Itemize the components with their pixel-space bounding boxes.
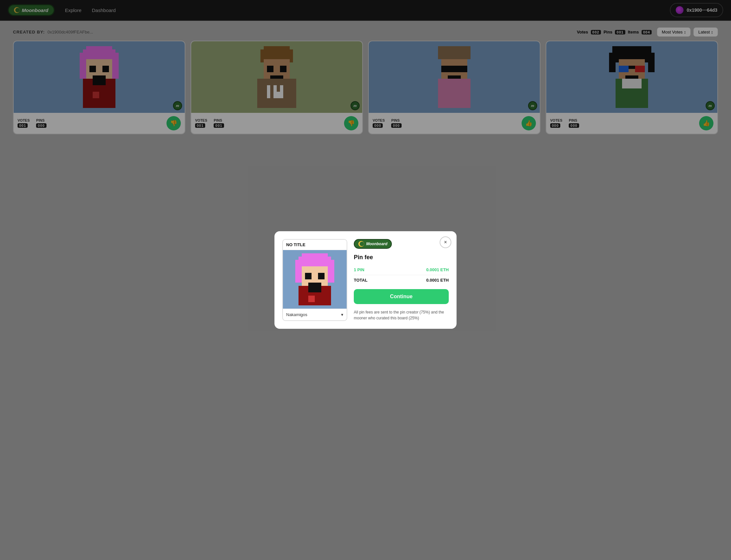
modal-pixel-art <box>292 253 338 305</box>
fee-qty-row: 1 PIN 0.0001 ETH <box>354 266 449 273</box>
pin-fee-modal: × NO TITLE <box>274 231 457 329</box>
modal-nft-image <box>283 250 347 309</box>
continue-button[interactable]: Continue <box>354 289 449 304</box>
pin-fee-note: All pin fees are sent to the pin creator… <box>354 309 449 321</box>
fee-details: 1 PIN 0.0001 ETH TOTAL 0.0001 ETH <box>354 266 449 284</box>
pin-fee-title: Pin fee <box>354 254 449 261</box>
modal-nft-preview: NO TITLE <box>282 239 347 321</box>
svg-rect-42 <box>295 260 302 283</box>
fee-total-row: TOTAL 0.0001 ETH <box>354 276 449 284</box>
svg-rect-50 <box>308 296 315 302</box>
fee-divider <box>354 275 449 275</box>
modal-moon-icon <box>358 241 364 247</box>
fee-total-label: TOTAL <box>354 278 367 283</box>
svg-rect-46 <box>318 273 325 279</box>
modal-logo-text: Moonboard <box>366 242 387 246</box>
fee-total-value: 0.0001 ETH <box>426 278 449 283</box>
fee-qty-label: 1 PIN <box>354 267 365 272</box>
modal-collection-name: Nakamigos <box>286 312 307 317</box>
modal-fee-section: Moonboard Pin fee 1 PIN 0.0001 ETH TOTAL… <box>354 239 449 321</box>
svg-rect-41 <box>299 257 331 266</box>
modal-nft-card: NO TITLE <box>282 239 347 321</box>
modal-close-button[interactable]: × <box>440 236 451 248</box>
svg-rect-49 <box>308 286 321 292</box>
chevron-down-icon: ▾ <box>341 312 343 317</box>
svg-rect-45 <box>305 273 312 279</box>
svg-rect-47 <box>308 283 321 286</box>
moonboard-logo-badge: Moonboard <box>354 239 392 249</box>
svg-rect-43 <box>328 260 334 283</box>
modal-overlay: × NO TITLE <box>0 0 731 560</box>
modal-nft-title: NO TITLE <box>283 240 347 250</box>
modal-collection-dropdown[interactable]: Nakamigos ▾ <box>283 309 347 320</box>
fee-qty-value: 0.0001 ETH <box>426 267 449 272</box>
